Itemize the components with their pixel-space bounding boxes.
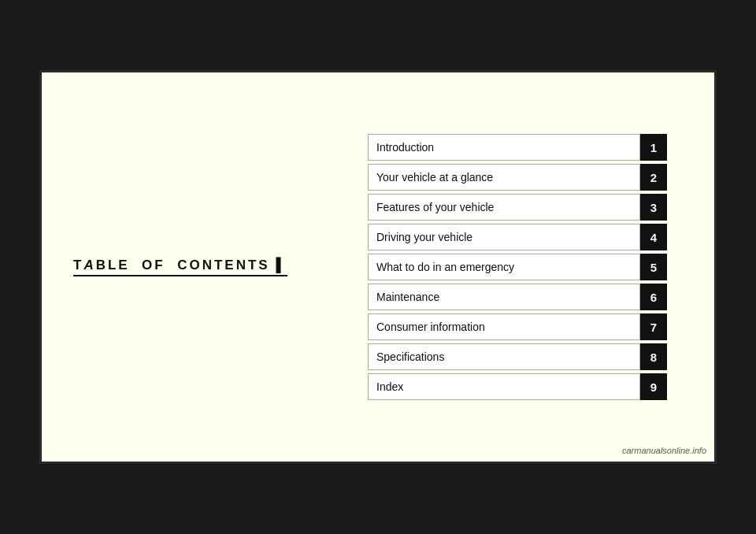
toc-item-label: Introduction bbox=[368, 134, 640, 161]
toc-row[interactable]: Driving your vehicle4 bbox=[368, 224, 667, 250]
toc-item-label: Index bbox=[368, 373, 640, 400]
toc-row[interactable]: Introduction1 bbox=[368, 134, 667, 161]
watermark: carmanualsonline.info bbox=[622, 446, 706, 455]
toc-row[interactable]: Index9 bbox=[368, 373, 667, 400]
toc-item-label: Consumer information bbox=[368, 313, 640, 340]
toc-item-label: Driving your vehicle bbox=[368, 224, 640, 250]
toc-item-number: 8 bbox=[640, 343, 667, 370]
toc-item-number: 2 bbox=[640, 164, 667, 191]
toc-item-number: 4 bbox=[640, 224, 667, 250]
toc-item-number: 9 bbox=[640, 373, 667, 400]
page-container: TABLE OF CONTENTS ▌ Introduction1Your ve… bbox=[39, 70, 717, 464]
toc-item-label: Specifications bbox=[368, 343, 640, 370]
toc-item-label: Maintenance bbox=[368, 284, 640, 310]
toc-item-label: What to do in an emergency bbox=[368, 254, 640, 280]
toc-row[interactable]: Your vehicle at a glance2 bbox=[368, 164, 667, 191]
toc-row[interactable]: Specifications8 bbox=[368, 343, 667, 370]
toc-title: TABLE OF CONTENTS ▌ bbox=[73, 258, 287, 276]
toc-row[interactable]: Features of your vehicle3 bbox=[368, 194, 667, 221]
toc-row[interactable]: Consumer information7 bbox=[368, 313, 667, 340]
toc-item-label: Features of your vehicle bbox=[368, 194, 640, 221]
toc-content: Introduction1Your vehicle at a glance2Fe… bbox=[368, 134, 667, 400]
toc-item-number: 1 bbox=[640, 134, 667, 161]
toc-item-number: 3 bbox=[640, 194, 667, 221]
toc-row[interactable]: What to do in an emergency5 bbox=[368, 254, 667, 280]
toc-item-number: 6 bbox=[640, 284, 667, 310]
toc-item-label: Your vehicle at a glance bbox=[368, 164, 640, 191]
toc-row[interactable]: Maintenance6 bbox=[368, 284, 667, 310]
toc-item-number: 5 bbox=[640, 254, 667, 280]
toc-item-number: 7 bbox=[640, 313, 667, 340]
